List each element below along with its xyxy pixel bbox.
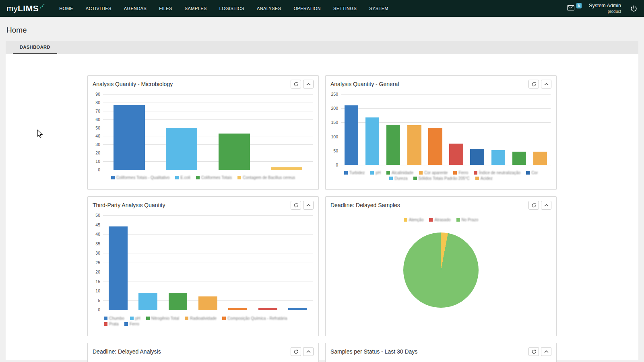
legend-swatch <box>111 176 115 179</box>
refresh-button[interactable] <box>528 201 539 210</box>
legend-label: Contagem de Bacillus cereus <box>243 175 295 180</box>
user-name: System Admin <box>589 3 621 9</box>
legend-item: Radioatividade <box>185 316 217 321</box>
legend-label: E.coli <box>180 175 190 180</box>
bar <box>169 293 188 310</box>
legend-swatch <box>146 317 150 320</box>
bar <box>166 128 197 170</box>
legend-swatch <box>124 322 128 326</box>
collapse-button[interactable] <box>541 80 551 88</box>
dashboard-content: Analysis Quantity - Microbiology 9080706… <box>6 54 638 360</box>
legend-item: Prata <box>104 322 119 326</box>
refresh-button[interactable] <box>291 347 301 356</box>
card-third-party-analysis-quantity: Third-Party Analysis Quantity 5045403530… <box>87 196 319 336</box>
legend-label: pH <box>376 171 381 175</box>
legend-label: Ferro <box>458 171 468 175</box>
legend-swatch <box>175 176 179 179</box>
card-title: Samples per Status - Last 30 Days <box>330 348 417 355</box>
chart-legend: ChumbopHNitrogênio TotalRadioatividadeCo… <box>88 316 318 326</box>
card-title: Analysis Quantity - Microbiology <box>93 81 173 87</box>
nav-item-analyses[interactable]: ANALYSES <box>257 6 281 11</box>
bar <box>271 167 302 170</box>
nav-item-operation[interactable]: OPERATION <box>293 6 321 11</box>
refresh-icon <box>293 349 299 354</box>
collapse-button[interactable] <box>303 201 314 210</box>
legend-item: E.coli <box>175 175 190 180</box>
tab-dashboard[interactable]: DASHBOARD <box>13 41 57 54</box>
legend-label: Composição Química - Refratária <box>227 316 287 321</box>
legend-item: Índice de neutralização <box>474 171 520 175</box>
legend-item: Dureza <box>389 176 407 181</box>
legend-swatch <box>386 171 390 175</box>
nav-item-logistics[interactable]: LOGISTICS <box>219 6 244 11</box>
legend-label: Radioatividade <box>190 316 217 321</box>
nav-item-home[interactable]: HOME <box>59 6 73 11</box>
card-deadline-delayed-analysis: Deadline: Delayed Analysis <box>87 343 319 362</box>
legend-swatch <box>370 171 374 175</box>
nav-item-settings[interactable]: SETTINGS <box>333 6 357 11</box>
chevron-up-icon <box>306 83 311 86</box>
legend-swatch <box>404 218 407 222</box>
bar <box>533 152 547 165</box>
legend-item: Cor aparente <box>419 171 448 175</box>
refresh-button[interactable] <box>291 201 301 210</box>
power-icon <box>630 5 638 12</box>
card-title: Third-Party Analysis Quantity <box>93 202 165 208</box>
chart-legend: TurbidezpHAlcalinidadeCor aparenteFerroÍ… <box>326 171 556 181</box>
legend-swatch <box>526 171 530 175</box>
nav-item-agendas[interactable]: AGENDAS <box>124 6 147 11</box>
refresh-button[interactable] <box>291 80 301 88</box>
card-analysis-quantity-general: Analysis Quantity - General 250200150100… <box>325 75 557 190</box>
legend-swatch <box>389 177 393 180</box>
legend-label: Turbidez <box>349 171 365 175</box>
refresh-button[interactable] <box>528 80 539 88</box>
legend-swatch <box>222 317 226 320</box>
legend-label: Atenção <box>409 218 424 222</box>
nav-item-files[interactable]: FILES <box>159 6 172 11</box>
legend-swatch <box>130 317 134 320</box>
nav-item-activities[interactable]: ACTIVITIES <box>86 6 111 11</box>
legend-label: Sólidos Totais Padrão 205°C <box>419 176 470 181</box>
bar <box>219 134 250 170</box>
legend-item: pH <box>130 316 140 321</box>
messages-button[interactable]: 6 <box>567 5 580 12</box>
legend-item: Ferro <box>453 171 468 175</box>
legend-swatch <box>196 176 200 179</box>
refresh-icon <box>531 203 537 208</box>
page-title: Home <box>6 26 638 35</box>
refresh-button[interactable] <box>528 347 539 356</box>
legend-item: Turbidez <box>344 171 365 175</box>
app-logo[interactable]: myLIMS <box>6 4 45 13</box>
bar <box>470 149 484 165</box>
logout-button[interactable] <box>630 5 638 12</box>
refresh-icon <box>293 203 299 208</box>
collapse-button[interactable] <box>541 347 551 356</box>
chevron-up-icon <box>544 350 549 353</box>
collapse-button[interactable] <box>303 80 314 88</box>
logo-sparkle-icon <box>39 4 45 9</box>
legend-item: Nitrogênio Total <box>146 316 179 321</box>
legend-item: Cor <box>526 171 538 175</box>
user-subtitle: product <box>589 9 621 14</box>
bar-chart-third-party: 50454035302520151050 <box>92 215 313 310</box>
legend-label: Chumbo <box>109 316 124 321</box>
nav-item-samples[interactable]: SAMPLES <box>185 6 207 11</box>
legend-swatch <box>104 317 107 320</box>
nav-item-system[interactable]: SYSTEM <box>369 6 388 11</box>
card-samples-per-status: Samples per Status - Last 30 Days <box>325 343 557 362</box>
collapse-button[interactable] <box>541 201 551 210</box>
legend-label: Coliformes Totais <box>201 175 232 180</box>
chart-legend: Coliformes Totais - QualitativoE.coliCol… <box>88 175 318 180</box>
collapse-button[interactable] <box>303 347 314 356</box>
user-menu[interactable]: System Admin product <box>589 3 621 14</box>
bar <box>365 117 379 165</box>
legend-label: Ferro <box>130 322 139 326</box>
bar <box>198 296 217 310</box>
legend-item: Alcalinidade <box>386 171 413 175</box>
legend-label: pH <box>135 316 140 321</box>
card-title: Deadline: Delayed Analysis <box>93 348 161 355</box>
legend-item: Ferro <box>124 322 139 326</box>
legend-item: No Prazo <box>456 218 479 222</box>
refresh-icon <box>293 82 299 87</box>
chevron-up-icon <box>544 83 549 86</box>
